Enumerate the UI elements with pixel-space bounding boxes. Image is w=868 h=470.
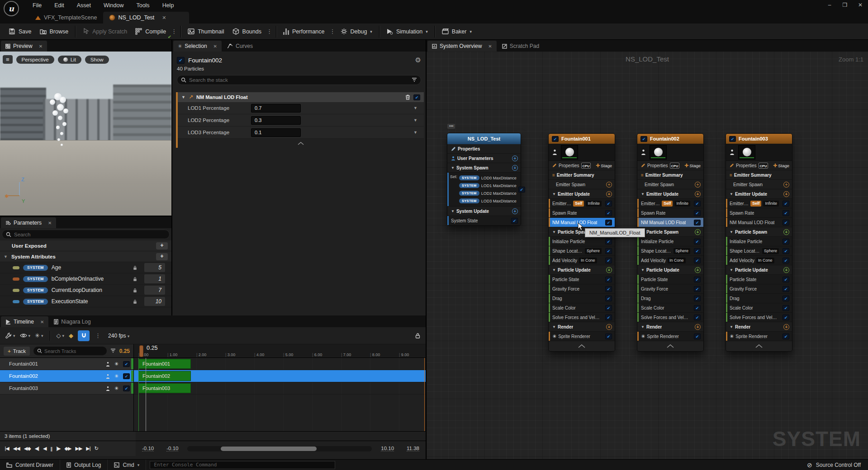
viewport-menu-icon[interactable]: ≡: [3, 55, 13, 64]
isolate-icon[interactable]: [106, 374, 110, 379]
drag-row[interactable]: Drag: [549, 294, 615, 303]
step-back-button[interactable]: ◀|: [33, 446, 41, 451]
gear-icon[interactable]: ⚙: [415, 56, 421, 64]
baker-button[interactable]: Baker ▾: [438, 25, 476, 38]
enabled-checkbox[interactable]: [518, 187, 525, 193]
emitter-summary-row[interactable]: ≡ Emitter Summary: [549, 170, 615, 180]
system-attribute-row[interactable]: SYSTEM CurrentLoopDuration 7: [0, 285, 171, 296]
track-search-input[interactable]: [44, 348, 103, 354]
add-icon[interactable]: [783, 229, 789, 235]
stack-search-input[interactable]: [189, 77, 409, 83]
content-drawer-button[interactable]: Content Drawer: [0, 460, 60, 470]
tab-vfx-templatescene[interactable]: VFX_TemplateScene: [29, 12, 103, 24]
view-options-button[interactable]: ▾: [20, 333, 31, 338]
collapse-arrow-icon[interactable]: ▼: [552, 268, 556, 272]
enabled-checkbox[interactable]: [783, 201, 789, 207]
cmd-selector[interactable]: Cmd ▾: [108, 460, 146, 470]
enabled-checkbox[interactable]: [694, 334, 701, 339]
close-tab-icon[interactable]: ✕: [488, 44, 492, 49]
delete-module-icon[interactable]: [405, 94, 410, 100]
collapse-arrow-icon[interactable]: ▼: [181, 95, 185, 99]
add-icon[interactable]: [695, 324, 701, 330]
keyframe-options-button[interactable]: ◇ ▾: [57, 332, 65, 339]
close-button[interactable]: [853, 0, 868, 11]
lit-button[interactable]: Lit: [58, 56, 81, 64]
burst-icon[interactable]: ✳: [114, 361, 119, 367]
close-tab-icon[interactable]: ✕: [213, 44, 217, 49]
drag-row[interactable]: Drag: [637, 294, 703, 303]
working-range-end[interactable]: 11.38: [407, 446, 419, 451]
enabled-checkbox[interactable]: [694, 277, 701, 282]
emitter-enabled-checkbox[interactable]: [640, 136, 647, 142]
add-velocity-row[interactable]: Add Velocity In Cone: [726, 256, 792, 265]
track-filter-icon[interactable]: [110, 348, 116, 353]
sprite-renderer-row[interactable]: ✳ Sprite Renderer: [549, 332, 615, 341]
collapse-arrow-icon[interactable]: ▼: [730, 192, 733, 196]
add-attribute-button[interactable]: +: [156, 253, 168, 260]
stack-search[interactable]: [177, 75, 421, 85]
add-parameter-button[interactable]: +: [156, 242, 168, 249]
jump-to-end-button[interactable]: ▶|: [84, 446, 92, 451]
module-enabled-checkbox[interactable]: [413, 94, 420, 100]
enabled-checkbox[interactable]: [605, 201, 612, 207]
timeline-track-row[interactable]: Fountain002 ✳: [0, 370, 133, 382]
collapse-arrow-icon[interactable]: ▼: [641, 268, 645, 272]
tab-parameters[interactable]: Parameters ✕: [1, 217, 56, 228]
solve-forces-row[interactable]: Solve Forces and Velocity: [637, 313, 703, 322]
timeline-track-lane[interactable]: Fountain001: [134, 358, 426, 370]
playhead-handle[interactable]: [139, 345, 143, 357]
emitter-spawn-row[interactable]: Emitter Spawn: [637, 180, 703, 189]
collapse-arrow-icon[interactable]: ▼: [730, 268, 733, 272]
emitter-spawn-row[interactable]: Emitter Spawn: [726, 180, 792, 189]
bounds-button[interactable]: Bounds: [228, 25, 266, 38]
lod3-percentage-input[interactable]: [251, 128, 301, 137]
enabled-checkbox[interactable]: [511, 218, 518, 224]
menu-file[interactable]: File: [26, 0, 48, 11]
close-tab-icon[interactable]: ✕: [162, 15, 166, 21]
source-control-button[interactable]: ⊘ Source Control Off: [800, 461, 868, 469]
tab-selection[interactable]: ✳ Selection ✕: [173, 41, 222, 52]
emitter-state-row[interactable]: Emitter State Self Infinite: [637, 199, 703, 208]
enabled-checkbox[interactable]: [694, 258, 701, 263]
initialize-particle-row[interactable]: Initialize Particle: [726, 237, 792, 246]
collapse-stack-button[interactable]: [178, 139, 424, 148]
track-enabled-checkbox[interactable]: [123, 373, 130, 379]
menu-asset[interactable]: Asset: [71, 0, 97, 11]
expand-arrow-icon[interactable]: ▼: [4, 254, 8, 259]
add-icon[interactable]: [695, 267, 701, 273]
add-icon[interactable]: [783, 324, 789, 330]
add-icon[interactable]: [606, 182, 612, 188]
chevron-down-icon[interactable]: ▼: [413, 106, 417, 110]
enabled-checkbox[interactable]: [783, 315, 789, 320]
jump-to-start-button[interactable]: ◀◀: [11, 446, 22, 451]
tab-ns-lod-test[interactable]: NS_LOD_Test ✕: [103, 12, 189, 24]
working-range-start[interactable]: -0.10: [142, 446, 154, 451]
emitter-update-row[interactable]: ▼ Emitter Update: [726, 189, 792, 199]
auto-key-button[interactable]: ◆: [69, 332, 73, 339]
add-icon[interactable]: [512, 208, 518, 214]
particle-update-row[interactable]: ▼ Particle Update: [726, 265, 792, 275]
sprite-renderer-row[interactable]: ✳ Sprite Renderer: [637, 332, 703, 341]
collapse-node-button[interactable]: [549, 341, 615, 351]
close-tab-icon[interactable]: ✕: [39, 44, 43, 49]
tab-preview[interactable]: Preview ✕: [1, 41, 47, 52]
playhead-line[interactable]: [146, 358, 146, 431]
enabled-checkbox[interactable]: [694, 305, 701, 311]
add-icon[interactable]: [606, 191, 612, 197]
track-enabled-checkbox[interactable]: [123, 385, 130, 391]
add-track-button[interactable]: +Track: [4, 347, 30, 356]
collapse-node-button[interactable]: [637, 341, 703, 351]
playback-options-button[interactable]: ✳ ▾: [35, 332, 43, 339]
lock-icon[interactable]: [415, 333, 420, 338]
collapse-arrow-icon[interactable]: ▼: [641, 192, 645, 196]
system-attributes-section[interactable]: ▼ System Attributes +: [0, 251, 171, 262]
collapse-arrow-icon[interactable]: ▼: [730, 325, 733, 329]
menu-edit[interactable]: Edit: [48, 0, 71, 11]
properties-row[interactable]: Properties CPU ✚Stage: [726, 161, 792, 170]
timeline-track-row[interactable]: Fountain001 ✳: [0, 358, 133, 370]
emitter-summary-row[interactable]: ≡ Emitter Summary: [726, 170, 792, 180]
sequencer-settings-button[interactable]: ▾: [5, 333, 15, 339]
add-icon[interactable]: [783, 191, 789, 197]
chevron-down-icon[interactable]: ▼: [413, 130, 417, 135]
view-range-end[interactable]: 10.10: [381, 446, 394, 451]
